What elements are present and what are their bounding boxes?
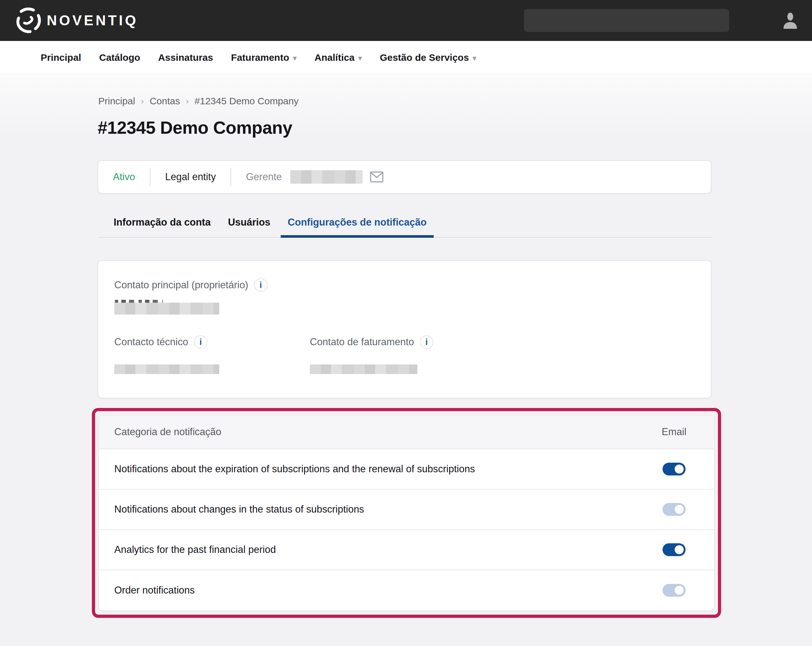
technical-contact-label: Contacto técnico	[114, 336, 188, 348]
tab-configuracoes-de-notificacao[interactable]: Configurações de notificação	[281, 216, 434, 238]
table-row: Notifications about changes in the statu…	[99, 489, 714, 530]
tab-label: Configurações de notificação	[288, 216, 427, 228]
nav-label: Faturamento	[231, 52, 289, 63]
page-content: Principal › Contas › #12345 Demo Company…	[0, 74, 812, 646]
billing-contact-label: Contato de faturamento	[310, 336, 414, 348]
divider	[230, 168, 231, 186]
noventiq-swirl-icon	[15, 8, 41, 34]
chevron-down-icon: ▾	[473, 54, 476, 62]
table-row: Analytics for the past financial period	[99, 530, 714, 570]
nav-item-assinaturas[interactable]: Assinaturas	[158, 52, 213, 63]
chevron-down-icon: ▾	[359, 54, 362, 62]
chevron-down-icon: ▾	[293, 54, 297, 62]
noventiq-logo[interactable]: NOVENTIQ	[15, 8, 138, 34]
manager-name-redacted	[290, 170, 363, 184]
technical-contact-block: Contacto técnico i	[114, 335, 310, 374]
technical-contact-redacted	[114, 364, 219, 374]
account-status-card: Ativo Legal entity Gerente	[98, 160, 711, 193]
email-toggle-expiration-renewal[interactable]	[662, 463, 685, 475]
page-title: #12345 Demo Company	[98, 117, 721, 138]
category-column-header: Categoria de notificação	[114, 426, 221, 438]
tab-label: Usuários	[228, 216, 270, 228]
main-navbar: Principal Catálogo Assinaturas Faturamen…	[0, 41, 812, 74]
logo-wordmark: NOVENTIQ	[47, 12, 138, 29]
notification-table-header: Categoria de notificação Email	[99, 415, 714, 449]
nav-item-faturamento[interactable]: Faturamento ▾	[231, 52, 297, 63]
contacts-card: Contato principal (proprietário) i Conta…	[98, 260, 711, 398]
entity-type-label: Legal entity	[165, 171, 216, 183]
nav-label: Principal	[41, 52, 81, 63]
email-column-header: Email	[653, 426, 695, 438]
divider	[150, 168, 150, 186]
user-account-button[interactable]	[783, 12, 798, 29]
breadcrumb: Principal › Contas › #12345 Demo Company	[98, 96, 721, 107]
email-toggle-status-changes[interactable]	[662, 503, 685, 516]
account-tabs: Informação da conta Usuários Configuraçõ…	[98, 213, 711, 238]
primary-contact-redacted	[114, 303, 219, 314]
nav-item-catalogo[interactable]: Catálogo	[99, 52, 140, 63]
billing-contact-redacted	[310, 364, 417, 374]
nav-label: Analítica	[314, 52, 355, 63]
notification-row-label: Analytics for the past financial period	[114, 544, 276, 555]
info-icon[interactable]: i	[254, 278, 267, 292]
info-icon[interactable]: i	[194, 335, 208, 349]
breadcrumb-contas[interactable]: Contas	[150, 96, 180, 107]
app-header: NOVENTIQ	[0, 0, 812, 41]
search-input[interactable]	[524, 9, 729, 32]
nav-label: Gestão de Serviços	[380, 52, 469, 63]
table-row: Notifications about the expiration of su…	[99, 449, 714, 489]
notification-row-label: Notifications about the expiration of su…	[114, 463, 475, 475]
primary-contact-label: Contato principal (proprietário)	[114, 279, 248, 291]
nav-item-gestao-de-servicos[interactable]: Gestão de Serviços ▾	[380, 52, 476, 63]
redacted-text-fragment	[115, 300, 163, 303]
email-toggle-analytics[interactable]	[662, 543, 685, 556]
nav-label: Catálogo	[99, 52, 140, 63]
nav-item-principal[interactable]: Principal	[41, 52, 81, 63]
table-row: Order notifications	[99, 570, 714, 611]
notification-row-label: Order notifications	[114, 585, 195, 596]
status-badge: Ativo	[113, 171, 135, 183]
breadcrumb-separator-icon: ›	[186, 96, 189, 106]
info-icon[interactable]: i	[420, 335, 433, 349]
envelope-icon	[370, 171, 384, 183]
manager-label: Gerente	[246, 171, 282, 183]
breadcrumb-current: #12345 Demo Company	[195, 96, 299, 107]
notification-settings-table: Categoria de notificação Email Notificat…	[99, 415, 714, 611]
email-toggle-orders[interactable]	[662, 584, 685, 597]
nav-item-analitica[interactable]: Analítica ▾	[314, 52, 362, 63]
breadcrumb-principal[interactable]: Principal	[98, 96, 135, 107]
tab-informacao-da-conta[interactable]: Informação da conta	[107, 216, 218, 237]
notification-row-label: Notifications about changes in the statu…	[114, 504, 364, 515]
billing-contact-block: Contato de faturamento i	[310, 335, 433, 374]
nav-label: Assinaturas	[158, 52, 213, 63]
person-icon	[783, 12, 798, 29]
annotation-highlight-border: Categoria de notificação Email Notificat…	[92, 408, 721, 618]
email-manager-button[interactable]	[370, 171, 384, 183]
tab-usuarios[interactable]: Usuários	[221, 216, 278, 237]
breadcrumb-separator-icon: ›	[141, 96, 144, 106]
tab-label: Informação da conta	[114, 216, 211, 228]
